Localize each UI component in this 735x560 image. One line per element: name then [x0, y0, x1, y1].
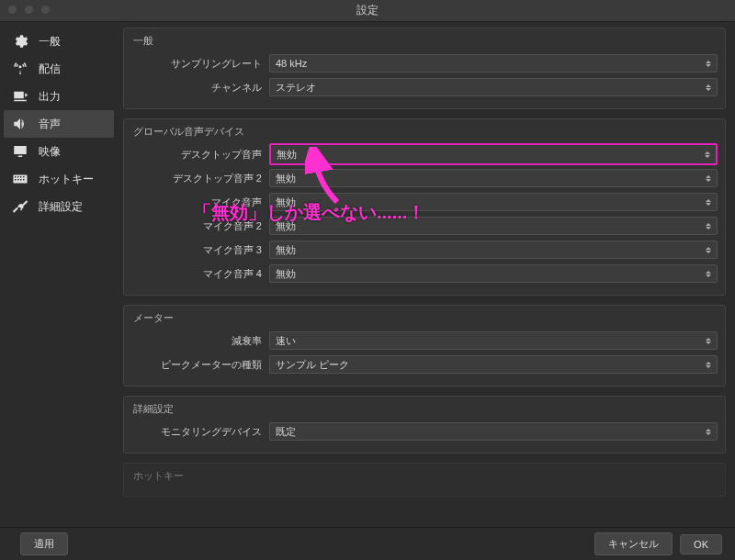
- group-advanced: 詳細設定 モニタリングデバイス 既定: [123, 396, 726, 454]
- apply-button[interactable]: 適用: [20, 532, 68, 555]
- chevron-updown-icon: [703, 334, 714, 347]
- titlebar: 設定: [0, 0, 735, 22]
- sidebar-item-stream[interactable]: 配信: [4, 55, 114, 83]
- sidebar-item-audio[interactable]: 音声: [4, 110, 114, 138]
- chevron-updown-icon: [703, 243, 714, 256]
- gear-icon: [11, 32, 29, 50]
- monitoring-device-select[interactable]: 既定: [269, 422, 718, 441]
- sidebar-item-label: 出力: [39, 89, 61, 105]
- sidebar-item-advanced[interactable]: 詳細設定: [4, 193, 114, 220]
- row-label: チャンネル: [131, 81, 269, 95]
- row-label: マイク音声 3: [131, 243, 269, 257]
- window-controls[interactable]: [7, 5, 51, 15]
- desktop-audio-2-select[interactable]: 無効: [269, 169, 718, 187]
- desktop-audio-select[interactable]: 無効: [269, 143, 718, 165]
- group-hotkey: ホットキー: [123, 463, 726, 497]
- group-title: ホットキー: [131, 469, 718, 483]
- group-title: 一般: [131, 34, 718, 48]
- sidebar-item-label: 音声: [39, 117, 61, 132]
- row-label: モニタリングデバイス: [131, 425, 269, 439]
- mic-audio-4-select[interactable]: 無効: [269, 264, 718, 283]
- chevron-updown-icon: [703, 196, 714, 208]
- group-meter: メーター 減衰率 速い ピークメーターの種類 サンプル ピーク: [123, 305, 726, 386]
- content: 一般 サンプリングレート 48 kHz チャンネル ステレオ グローバル音声デバ…: [118, 22, 735, 527]
- sidebar-item-label: ホットキー: [39, 172, 94, 187]
- row-label: ピークメーターの種類: [131, 358, 269, 372]
- mic-audio-select[interactable]: 無効: [269, 193, 718, 211]
- sidebar-item-general[interactable]: 一般: [4, 28, 114, 55]
- output-icon: [11, 87, 29, 106]
- group-title: グローバル音声デバイス: [131, 125, 718, 139]
- row-label: マイク音声 4: [131, 267, 269, 281]
- chevron-updown-icon: [703, 172, 714, 185]
- peak-meter-type-select[interactable]: サンプル ピーク: [269, 355, 718, 374]
- keyboard-icon: [11, 170, 29, 188]
- mic-audio-2-select[interactable]: 無効: [269, 217, 718, 235]
- group-title: メーター: [131, 311, 718, 325]
- ok-button[interactable]: OK: [680, 534, 722, 554]
- channel-select[interactable]: ステレオ: [269, 78, 718, 96]
- sidebar-item-label: 詳細設定: [39, 199, 83, 215]
- maximize-icon[interactable]: [40, 5, 51, 15]
- monitor-icon: [11, 142, 29, 161]
- close-icon[interactable]: [7, 5, 17, 15]
- sidebar-item-label: 映像: [39, 144, 61, 160]
- row-label: デスクトップ音声: [131, 148, 269, 162]
- mic-audio-3-select[interactable]: 無効: [269, 241, 718, 259]
- decay-rate-select[interactable]: 速い: [269, 331, 718, 350]
- chevron-updown-icon: [703, 267, 714, 280]
- chevron-updown-icon: [703, 219, 714, 232]
- footer: 適用 キャンセル OK: [0, 527, 735, 560]
- minimize-icon[interactable]: [24, 5, 34, 15]
- cancel-button[interactable]: キャンセル: [594, 532, 673, 555]
- chevron-updown-icon: [703, 57, 714, 70]
- sidebar-item-output[interactable]: 出力: [4, 83, 114, 110]
- sample-rate-select[interactable]: 48 kHz: [269, 54, 718, 73]
- group-general: 一般 サンプリングレート 48 kHz チャンネル ステレオ: [123, 28, 726, 109]
- audio-icon: [11, 115, 29, 133]
- sidebar-item-video[interactable]: 映像: [4, 138, 114, 165]
- sidebar-item-hotkeys[interactable]: ホットキー: [4, 165, 114, 193]
- group-title: 詳細設定: [131, 402, 718, 416]
- window-title: 設定: [356, 3, 379, 18]
- sidebar-item-label: 配信: [39, 62, 61, 77]
- row-label: サンプリングレート: [131, 57, 269, 71]
- group-global-audio: グローバル音声デバイス デスクトップ音声 無効 デスクトップ音声 2 無効 マイ…: [123, 118, 726, 296]
- tools-icon: [11, 197, 29, 216]
- row-label: 減衰率: [131, 334, 269, 348]
- chevron-updown-icon: [703, 425, 714, 438]
- chevron-updown-icon: [703, 358, 714, 371]
- row-label: デスクトップ音声 2: [131, 172, 269, 185]
- row-label: マイク音声: [131, 196, 269, 209]
- sidebar-item-label: 一般: [39, 34, 61, 50]
- chevron-updown-icon: [703, 81, 714, 94]
- row-label: マイク音声 2: [131, 219, 269, 233]
- sidebar: 一般 配信 出力 音声 映像: [0, 22, 118, 527]
- broadcast-icon: [11, 60, 29, 78]
- chevron-updown-icon: [702, 147, 713, 162]
